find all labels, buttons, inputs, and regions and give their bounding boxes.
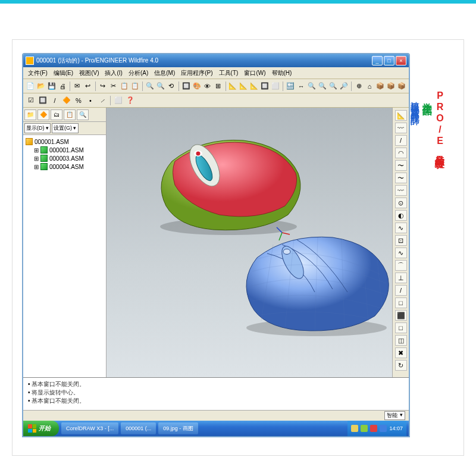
title-bar[interactable]: 000001 (活动的) - Pro/ENGINEER Wildfire 4.0…	[23, 54, 409, 67]
menu-file[interactable]: 文件(F)	[26, 68, 50, 79]
tool-button[interactable]: ∿	[395, 248, 407, 258]
3d-viewport[interactable]	[107, 108, 392, 377]
tool-button[interactable]: ◠	[395, 148, 407, 158]
toolbar-button[interactable]: •	[85, 95, 96, 106]
tray-icon[interactable]	[351, 425, 358, 432]
menu-window[interactable]: 窗口(W)	[242, 68, 268, 79]
menu-tools[interactable]: 工具(T)	[217, 68, 241, 79]
selection-filter-dropdown[interactable]: 智能▾	[384, 411, 405, 420]
panel-tab[interactable]: 📋	[64, 109, 76, 120]
tree-item[interactable]: ⊞ 000004.ASM	[34, 162, 104, 171]
toolbar-button[interactable]: /	[49, 95, 60, 106]
menu-info[interactable]: 信息(M)	[152, 68, 177, 79]
tool-button[interactable]: ◫	[395, 335, 407, 346]
panel-tab[interactable]: 🗂	[51, 109, 62, 120]
menu-edit[interactable]: 编辑(E)	[51, 68, 76, 79]
tool-button[interactable]: ⊥	[395, 273, 407, 283]
filter-set-dropdown[interactable]: 设置(G) ▾	[52, 123, 79, 133]
tool-button[interactable]: ⊙	[395, 198, 407, 208]
toolbar-button[interactable]: 🔍	[328, 81, 338, 92]
toolbar-button[interactable]: 💾	[47, 81, 57, 92]
panel-tab[interactable]: 📁	[24, 109, 36, 120]
toolbar-button[interactable]: ↪	[98, 81, 108, 92]
toolbar-button[interactable]: ⌂	[365, 81, 374, 92]
tool-button[interactable]: 〜	[395, 160, 407, 171]
toolbar-button[interactable]: 📄	[26, 81, 35, 92]
toolbar-button[interactable]: ❓	[125, 95, 136, 106]
toolbar-button[interactable]: ☑	[26, 95, 36, 106]
tree-root[interactable]: 000001.ASM	[26, 137, 104, 146]
tool-button[interactable]: ◐	[395, 210, 407, 221]
clock[interactable]: 14:07	[389, 425, 403, 431]
toolbar-button[interactable]: 🔍	[318, 81, 327, 92]
toolbar-button[interactable]: ✂	[109, 81, 118, 92]
start-button[interactable]: 开始	[23, 421, 59, 436]
toolbar-button[interactable]: 🔲	[260, 81, 270, 92]
model-tree[interactable]: 000001.ASM ⊞ 000001.ASM ⊞ 000003.ASM ⊞ 0…	[23, 135, 106, 377]
toolbar-button[interactable]: 📦	[386, 81, 396, 92]
taskbar-item[interactable]: 000001 (...	[121, 422, 156, 434]
tray-icon[interactable]	[361, 425, 368, 432]
toolbar-button[interactable]: 🎨	[192, 81, 202, 92]
tool-button[interactable]: /	[395, 285, 407, 296]
tool-button[interactable]: □	[395, 298, 407, 308]
menu-insert[interactable]: 插入(I)	[102, 68, 124, 79]
toolbar-button[interactable]: 📦	[397, 81, 406, 92]
toolbar-button[interactable]: ⬜	[113, 95, 124, 106]
taskbar-item[interactable]: 09.jpg - 画图	[158, 422, 198, 434]
menu-help[interactable]: 帮助(H)	[270, 68, 295, 79]
toolbar-button[interactable]: 🔶	[61, 95, 72, 106]
tool-button[interactable]: ✖	[395, 347, 407, 358]
toolbar-button[interactable]: ⊞	[214, 81, 223, 92]
toolbar-button[interactable]: 🔙	[286, 81, 295, 92]
tool-button[interactable]: 〰	[395, 185, 407, 196]
toolbar-button[interactable]: 🔍	[145, 81, 155, 92]
tray-icon[interactable]	[380, 425, 387, 432]
toolbar-button[interactable]: 📂	[36, 81, 46, 92]
toolbar-button[interactable]: ↔	[296, 81, 306, 92]
tree-item[interactable]: ⊞ 000001.ASM	[34, 146, 104, 154]
toolbar-button[interactable]: 👁	[203, 81, 212, 92]
toolbar-button[interactable]: ⬜	[271, 81, 280, 92]
close-button[interactable]: ×	[396, 56, 406, 65]
panel-tab[interactable]: 🔍	[77, 109, 89, 120]
system-tray[interactable]: 14:07	[347, 421, 406, 436]
tool-button[interactable]: ⬛	[395, 310, 407, 321]
toolbar-button[interactable]: 🔍	[307, 81, 317, 92]
tool-button[interactable]: 📐	[395, 110, 407, 121]
tool-button[interactable]: ⊡	[395, 235, 407, 246]
toolbar-button[interactable]: 🔲	[37, 95, 48, 106]
toolbar-button[interactable]: ✉	[73, 81, 82, 92]
toolbar-button[interactable]: 📋	[120, 81, 129, 92]
tool-button[interactable]: □	[395, 322, 407, 333]
toolbar-button[interactable]: ↩	[83, 81, 93, 92]
tree-item[interactable]: ⊞ 000003.ASM	[34, 154, 104, 162]
toolbar-button[interactable]: 🔲	[181, 81, 191, 92]
tool-button[interactable]: ⌒	[395, 260, 407, 271]
maximize-button[interactable]: □	[384, 56, 394, 65]
menu-view[interactable]: 视图(V)	[77, 68, 101, 79]
tool-button[interactable]: /	[395, 135, 407, 146]
tool-button[interactable]: 〰	[395, 123, 407, 133]
minimize-button[interactable]: _	[372, 56, 383, 65]
toolbar-button[interactable]: 📐	[249, 81, 259, 92]
tool-button[interactable]: ↻	[395, 360, 407, 371]
panel-tab[interactable]: 🔶	[37, 109, 49, 120]
filter-show-dropdown[interactable]: 显示(D) ▾	[24, 123, 51, 133]
toolbar-button[interactable]: 🔎	[339, 81, 349, 92]
taskbar-item[interactable]: CorelDRAW X3 - [...	[61, 422, 118, 434]
tray-icon[interactable]	[370, 425, 377, 432]
toolbar-button[interactable]: ⟋	[97, 95, 108, 106]
toolbar-button[interactable]: ⊕	[354, 81, 364, 92]
tool-button[interactable]: 〜	[395, 173, 407, 183]
toolbar-button[interactable]: 🖨	[58, 81, 67, 92]
toolbar-button[interactable]: 📦	[375, 81, 385, 92]
toolbar-button[interactable]: 📋	[130, 81, 140, 92]
menu-analysis[interactable]: 分析(A)	[126, 68, 151, 79]
menu-app[interactable]: 应用程序(P)	[178, 68, 215, 79]
toolbar-button[interactable]: ⟲	[167, 81, 176, 92]
toolbar-button[interactable]: 📐	[228, 81, 237, 92]
toolbar-button[interactable]: %	[73, 95, 84, 106]
toolbar-button[interactable]: 🔍	[156, 81, 165, 92]
tool-button[interactable]: ∿	[395, 223, 407, 233]
